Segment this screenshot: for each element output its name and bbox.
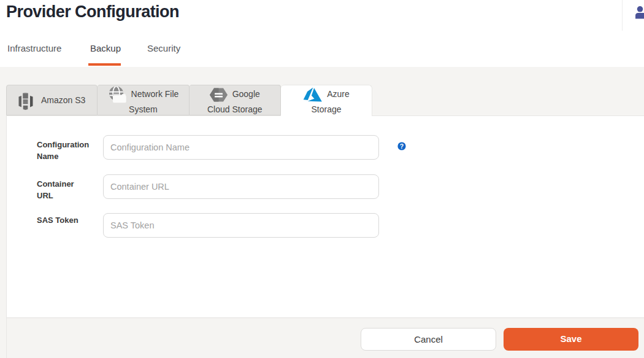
svg-text:?: ?	[400, 142, 404, 150]
